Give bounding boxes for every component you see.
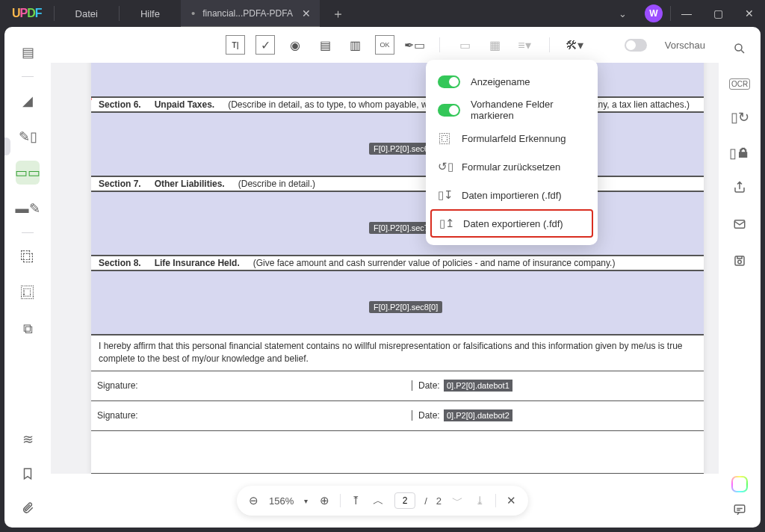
paste-tool: ▭ xyxy=(455,35,474,55)
align-tool: ≡▾ xyxy=(515,35,534,55)
protect-icon[interactable]: ▯🔒︎ xyxy=(729,145,750,161)
dd-reset[interactable]: ↺▯ Formular zurücksetzen xyxy=(426,152,598,181)
menu-help[interactable]: Hilfe xyxy=(120,8,181,19)
date-field-tag[interactable]: 0].P2[0].datebot2 xyxy=(444,409,512,421)
listbox-tool[interactable]: ▤ xyxy=(315,35,335,55)
signature-row-2: Signature: Date: 0].P2[0].datebot2 xyxy=(91,400,704,430)
zoom-menu[interactable]: ▾ xyxy=(303,497,309,505)
dropdown-tool[interactable]: ▥ xyxy=(345,35,365,55)
reset-icon: ↺▯ xyxy=(438,160,451,173)
edit-tool[interactable]: ✎▯ xyxy=(16,125,40,149)
form-toolbar: T| ✓ ◉ ▤ ▥ OK ✒▭ ▭ ▦ ≡▾ 🛠︎▾ Vorschau xyxy=(51,27,719,63)
minimize-button[interactable]: — xyxy=(671,0,702,27)
dd-highlight-fields[interactable]: Vorhandene Felder markieren xyxy=(426,96,598,124)
checkbox-tool[interactable]: ✓ xyxy=(255,35,275,55)
field-tag[interactable]: F[0].P2[0].sec8[0] xyxy=(369,301,442,313)
share-icon[interactable] xyxy=(733,181,746,198)
app-frame: ▤ ◢ ✎▯ ▭▭ ▬✎ ⿻ ⿴ ⧉ ≋ OCR ▯↻ ▯🔒︎ T| xyxy=(4,27,761,528)
menu-file[interactable]: Datei xyxy=(55,8,119,19)
page-sep: / xyxy=(424,495,427,507)
export-icon: ▯↥ xyxy=(439,217,453,230)
zoom-level: 156% xyxy=(269,495,294,507)
dd-display-name[interactable]: Anzeigename xyxy=(426,67,598,96)
preview-label: Vorschau xyxy=(665,40,705,51)
tools-dropdown: Anzeigename Vorhandene Felder markieren … xyxy=(426,60,598,245)
grid-tool: ▦ xyxy=(485,35,504,55)
toggle-on-icon[interactable] xyxy=(438,104,460,117)
recognize-icon: ⿴ xyxy=(438,132,451,145)
toggle-on-icon[interactable] xyxy=(438,75,460,88)
date-field-tag[interactable]: 0].P2[0].datebot1 xyxy=(444,380,512,392)
mail-icon[interactable] xyxy=(733,217,746,235)
form-tool[interactable]: ▭▭ xyxy=(16,161,40,185)
window-menu-button[interactable]: ⌄ xyxy=(608,8,637,19)
page-controls: ⊖ 156% ▾ ⊕ ⤒ ︿ / 2 ﹀ ⤓ ✕ xyxy=(237,486,528,516)
dd-import[interactable]: ▯↧ Daten importieren (.fdf) xyxy=(426,181,598,209)
right-rail: OCR ▯↻ ▯🔒︎ xyxy=(719,27,761,528)
dd-recognize[interactable]: ⿴ Formularfeld Erkennung xyxy=(426,124,598,152)
search-icon[interactable] xyxy=(733,42,746,59)
redact-tool[interactable]: ▬✎ xyxy=(16,197,40,220)
document-canvas[interactable]: F[0].P2[0].sec5[0] Section 6. Unpaid Tax… xyxy=(51,63,719,474)
ocr-icon[interactable]: OCR xyxy=(729,78,750,90)
ai-icon[interactable] xyxy=(731,476,748,492)
save-icon[interactable] xyxy=(733,254,746,271)
section-8-header: Section 8. Life Insurance Held. (Give fa… xyxy=(91,256,704,270)
maximize-button[interactable]: ▢ xyxy=(702,0,734,27)
tab-modified-icon: • xyxy=(191,7,195,19)
compress-tool[interactable]: ⧉ xyxy=(16,317,40,341)
tab-title: financial...PDFA-PDFA xyxy=(202,8,293,19)
prev-page-button[interactable]: ︿ xyxy=(371,494,385,508)
radio-tool[interactable]: ◉ xyxy=(285,35,305,55)
dd-export[interactable]: ▯↥ Daten exportieren (.fdf) xyxy=(430,209,593,238)
organize-tool[interactable]: ⿻ xyxy=(16,245,40,269)
logo: UPDF xyxy=(0,7,54,20)
title-bar: UPDF Datei Hilfe • financial...PDFA-PDFA… xyxy=(0,0,765,27)
page-input[interactable] xyxy=(394,492,415,509)
convert-icon[interactable]: ▯↻ xyxy=(731,109,749,126)
crop-tool[interactable]: ⿴ xyxy=(16,281,40,305)
close-button[interactable]: ✕ xyxy=(734,0,765,27)
new-tab-button[interactable]: ＋ xyxy=(320,5,356,22)
highlight-tool[interactable]: ◢ xyxy=(16,89,40,113)
signature-tool[interactable]: ✒▭ xyxy=(405,35,424,55)
affirmation-text: I hereby affirm that this personal finan… xyxy=(91,335,704,371)
bookmarks-button[interactable] xyxy=(16,462,40,486)
avatar[interactable]: W xyxy=(645,4,663,22)
tools-menu-button[interactable]: 🛠︎▾ xyxy=(565,35,584,55)
first-page-button[interactable]: ⤒ xyxy=(350,494,362,507)
signature-row-1: Signature: Date: 0].P2[0].datebot1 xyxy=(91,371,704,400)
zoom-out-button[interactable]: ⊖ xyxy=(247,494,260,507)
attachments-button[interactable] xyxy=(16,496,40,520)
last-page-button: ⤓ xyxy=(474,494,486,507)
import-icon: ▯↧ xyxy=(438,188,451,202)
next-page-button: ﹀ xyxy=(450,494,465,508)
tab-close-icon[interactable]: ✕ xyxy=(300,7,312,19)
section-6-header: Section 6. Unpaid Taxes. (Describe in de… xyxy=(91,97,704,112)
left-tool-rail: ▤ ◢ ✎▯ ▭▭ ▬✎ ⿻ ⿴ ⧉ ≋ xyxy=(4,27,51,528)
reader-tool[interactable]: ▤ xyxy=(16,40,40,64)
pdf-page: F[0].P2[0].sec5[0] Section 6. Unpaid Tax… xyxy=(91,63,704,474)
document-tab[interactable]: • financial...PDFA-PDFA ✕ xyxy=(181,0,320,27)
svg-point-0 xyxy=(735,44,742,51)
zoom-in-button[interactable]: ⊕ xyxy=(318,494,331,507)
close-pager-button[interactable]: ✕ xyxy=(505,494,518,507)
layers-button[interactable]: ≋ xyxy=(16,427,40,451)
svg-point-3 xyxy=(738,260,742,264)
rail-handle[interactable] xyxy=(4,137,10,155)
comment-icon[interactable] xyxy=(733,503,746,520)
preview-toggle[interactable] xyxy=(625,39,647,52)
button-tool[interactable]: OK xyxy=(375,35,394,55)
section-7-header: Section 7. Other Liabilities. (Describe … xyxy=(91,176,704,191)
textfield-tool[interactable]: T| xyxy=(226,35,245,55)
page-total: 2 xyxy=(436,495,442,507)
